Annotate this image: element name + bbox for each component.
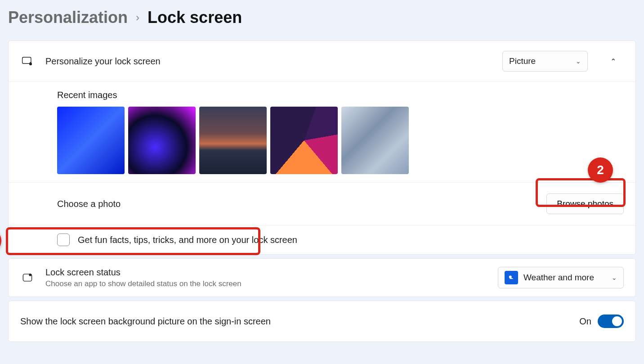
recent-image-thumbnail[interactable]: [128, 107, 196, 174]
toggle-state-label: On: [579, 316, 591, 327]
chevron-right-icon: ›: [136, 11, 139, 24]
status-app-dropdown[interactable]: Weather and more ⌄: [498, 267, 624, 288]
breadcrumb-parent[interactable]: Personalization: [8, 8, 128, 27]
recent-image-thumbnail[interactable]: [57, 107, 125, 174]
recent-image-thumbnail[interactable]: [341, 107, 409, 174]
personalize-panel: Personalize your lock screen Picture ⌄ ⌃…: [8, 40, 636, 255]
signin-row: Show the lock screen background picture …: [9, 301, 635, 342]
lock-screen-icon: [20, 55, 35, 67]
chevron-down-icon: ⌄: [612, 274, 617, 281]
recent-images-list: [57, 107, 624, 174]
svg-point-5: [509, 276, 512, 279]
status-selected-value: Weather and more: [523, 273, 606, 283]
lock-screen-status-panel: Lock screen status Choose an app to show…: [8, 258, 636, 297]
choose-photo-label: Choose a photo: [57, 199, 546, 209]
collapse-toggle[interactable]: ⌃: [602, 51, 624, 72]
choose-photo-row: Choose a photo Browse photos 2: [9, 182, 635, 225]
personalize-header-row[interactable]: Personalize your lock screen Picture ⌄ ⌃: [9, 41, 635, 81]
fun-facts-label: Get fun facts, tips, tricks, and more on…: [78, 235, 297, 245]
status-app-icon: [20, 271, 35, 284]
browse-photos-button[interactable]: Browse photos: [546, 193, 624, 214]
chevron-up-icon: ⌃: [610, 57, 616, 66]
svg-point-4: [29, 274, 31, 276]
signin-background-panel: Show the lock screen background picture …: [8, 301, 636, 342]
status-title: Lock screen status: [45, 267, 487, 278]
weather-app-icon: [505, 271, 518, 284]
recent-image-thumbnail[interactable]: [270, 107, 338, 174]
signin-background-toggle[interactable]: [598, 315, 624, 328]
recent-image-thumbnail[interactable]: [199, 107, 267, 174]
chevron-down-icon: ⌄: [576, 58, 581, 65]
dropdown-value: Picture: [509, 56, 536, 66]
breadcrumb: Personalization › Lock screen: [8, 8, 636, 27]
status-subtitle: Choose an app to show detailed status on…: [45, 279, 487, 288]
fun-facts-row: Get fun facts, tips, tricks, and more on…: [9, 225, 635, 254]
status-row[interactable]: Lock screen status Choose an app to show…: [9, 259, 635, 297]
fun-facts-checkbox[interactable]: [57, 234, 70, 246]
recent-images-title: Recent images: [57, 90, 624, 100]
recent-images-section: Recent images: [9, 81, 635, 182]
tutorial-step-badge: 1: [0, 228, 1, 253]
signin-label: Show the lock screen background picture …: [20, 316, 271, 327]
personalize-label: Personalize your lock screen: [45, 56, 492, 67]
background-type-dropdown[interactable]: Picture ⌄: [502, 51, 588, 72]
breadcrumb-current: Lock screen: [148, 8, 242, 27]
